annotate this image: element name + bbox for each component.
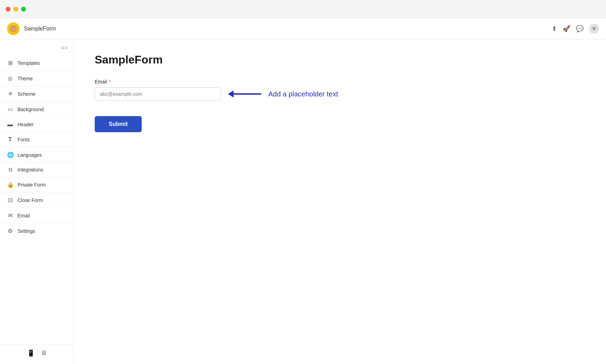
settings-icon: ⚙	[7, 228, 13, 234]
sidebar-label-scheme: Scheme	[18, 91, 35, 97]
sidebar-item-languages[interactable]: 🌐 Languages	[0, 147, 73, 163]
sidebar: <> ⊞ Templates ◎ Theme ✳ Scheme ▭ Backgr…	[0, 39, 74, 364]
sidebar-label-settings: Settings	[18, 228, 35, 234]
sidebar-top: <>	[0, 42, 73, 55]
annotation-arrow	[228, 90, 261, 97]
sidebar-item-header[interactable]: ▬ Header	[0, 117, 73, 132]
close-form-icon: ⊡	[7, 197, 13, 203]
sidebar-item-background[interactable]: ▭ Background	[0, 102, 73, 117]
integrations-icon: ⛓	[7, 167, 13, 173]
comment-icon[interactable]: 💬	[576, 25, 584, 33]
email-icon: ✉	[7, 212, 13, 219]
sidebar-item-email[interactable]: ✉ Email	[0, 208, 73, 223]
submit-button[interactable]: Submit	[95, 116, 142, 132]
app-title: SampleForm	[24, 26, 56, 32]
email-label-text: Email	[95, 79, 107, 85]
sidebar-label-header: Header	[18, 122, 34, 127]
sidebar-label-templates: Templates	[18, 60, 40, 66]
annotation-text: Add a placeholder text	[268, 90, 338, 98]
app-header-left: 🐵 SampleForm	[7, 22, 56, 35]
sidebar-item-private-form[interactable]: 🔒 Private Form	[0, 177, 73, 193]
logo-emoji: 🐵	[9, 25, 18, 33]
sidebar-item-settings[interactable]: ⚙ Settings	[0, 223, 73, 238]
header-icon: ▬	[7, 121, 13, 128]
main-layout: <> ⊞ Templates ◎ Theme ✳ Scheme ▭ Backgr…	[0, 39, 606, 364]
sidebar-label-theme: Theme	[18, 76, 33, 81]
sidebar-item-integrations[interactable]: ⛓ Integrations	[0, 163, 73, 177]
sidebar-label-background: Background	[18, 107, 44, 112]
avatar[interactable]: V	[589, 24, 599, 34]
sidebar-label-private-form: Private Form	[18, 182, 46, 188]
close-button[interactable]	[6, 7, 11, 12]
sidebar-label-languages: Languages	[18, 152, 42, 158]
private-form-icon: 🔒	[7, 181, 13, 188]
form-title: SampleForm	[95, 53, 585, 66]
app-header-right: ⬆ 🚀 💬 V	[552, 24, 599, 34]
sidebar-label-fonts: Fonts	[18, 137, 30, 142]
sidebar-item-scheme[interactable]: ✳ Scheme	[0, 86, 73, 102]
scheme-icon: ✳	[7, 90, 13, 97]
code-toggle-icon[interactable]: <>	[61, 45, 68, 51]
sidebar-item-fonts[interactable]: T Fonts	[0, 132, 73, 147]
desktop-view-icon[interactable]: 🖥	[40, 349, 47, 357]
templates-icon: ⊞	[7, 60, 13, 66]
fonts-icon: T	[7, 136, 13, 143]
sidebar-item-templates[interactable]: ⊞ Templates	[0, 55, 73, 71]
sidebar-bottom: 📱 🖥	[0, 345, 73, 361]
app-header: 🐵 SampleForm ⬆ 🚀 💬 V	[0, 18, 606, 39]
app-logo: 🐵	[7, 22, 20, 35]
arrow-line	[233, 93, 261, 95]
annotation-wrapper: Add a placeholder text	[95, 87, 585, 101]
content-area: SampleForm Email * Add a placeholder tex…	[74, 39, 606, 364]
maximize-button[interactable]	[21, 7, 26, 12]
sidebar-label-email: Email	[18, 213, 30, 218]
sidebar-item-close-form[interactable]: ⊡ Close Form	[0, 193, 73, 208]
traffic-lights	[6, 7, 26, 12]
required-star: *	[109, 79, 111, 85]
minimize-button[interactable]	[13, 7, 18, 12]
email-field-group: Email * Add a placeholder text	[95, 79, 585, 101]
mobile-view-icon[interactable]: 📱	[27, 349, 35, 357]
titlebar	[0, 0, 606, 18]
theme-icon: ◎	[7, 75, 13, 82]
languages-icon: 🌐	[7, 151, 13, 158]
sidebar-label-integrations: Integrations	[18, 167, 43, 173]
email-label-row: Email *	[95, 79, 585, 85]
sidebar-label-close-form: Close Form	[18, 197, 43, 203]
arrow-head	[228, 90, 234, 97]
email-input[interactable]	[95, 87, 221, 101]
upload-icon[interactable]: ⬆	[552, 25, 557, 33]
rocket-icon[interactable]: 🚀	[563, 25, 570, 33]
background-icon: ▭	[7, 106, 13, 113]
sidebar-item-theme[interactable]: ◎ Theme	[0, 71, 73, 86]
sidebar-nav: ⊞ Templates ◎ Theme ✳ Scheme ▭ Backgroun…	[0, 55, 73, 345]
